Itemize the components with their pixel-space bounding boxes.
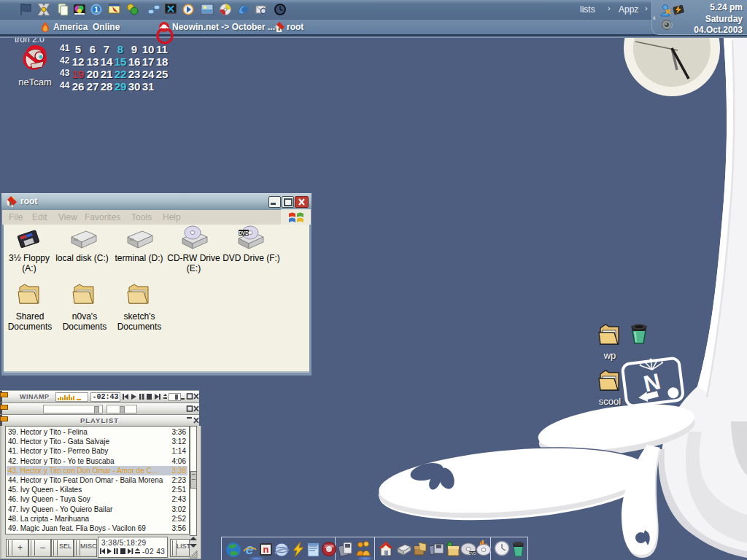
svg-text:100%: 100% xyxy=(325,544,334,548)
svg-text:DVD: DVD xyxy=(239,230,249,236)
svg-text:1: 1 xyxy=(94,6,98,14)
svg-text:n: n xyxy=(263,544,269,555)
svg-text:DVD: DVD xyxy=(469,552,476,556)
